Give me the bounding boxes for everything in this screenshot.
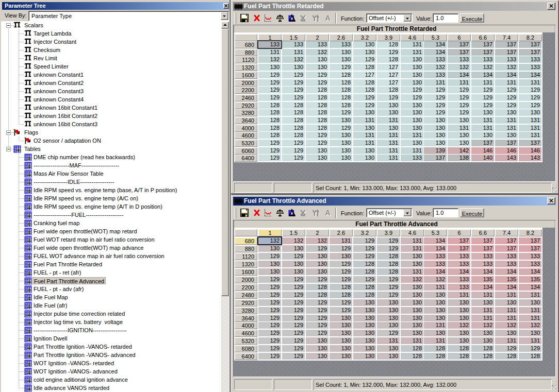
svg-text:A: A (325, 14, 331, 22)
svg-text:A: A (325, 209, 331, 217)
